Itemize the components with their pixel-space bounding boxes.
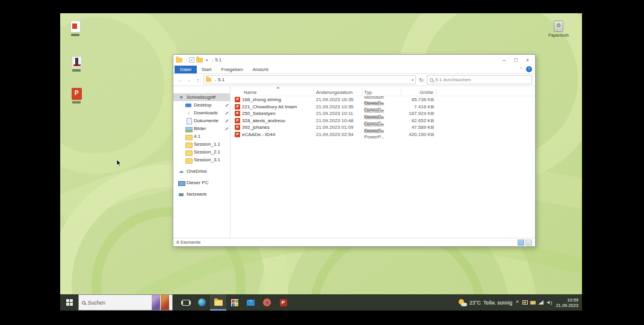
address-dropdown-icon[interactable]: ▾ (412, 78, 413, 82)
taskbar-search[interactable] (78, 294, 173, 311)
tray-display-icon[interactable] (522, 300, 528, 305)
firefox-button[interactable] (259, 294, 275, 311)
column-header-size[interactable]: Größe (401, 88, 436, 96)
mail-button[interactable] (243, 294, 259, 311)
clock-time: 10:59 (556, 297, 578, 303)
folder-icon (185, 141, 191, 147)
sort-ascending-icon (276, 87, 280, 88)
address-bar[interactable]: › 5.1 ▾ (203, 75, 416, 84)
task-view-button[interactable] (178, 294, 194, 311)
file-size: 65.736 KB (401, 97, 436, 102)
powerpoint-file-icon: P (235, 111, 240, 116)
breadcrumb[interactable]: 5.1 (218, 77, 224, 82)
item-count: 6 Elemente (176, 240, 200, 245)
back-button[interactable]: ← (176, 77, 184, 83)
weather-condition: Teilw. sonnig (483, 300, 512, 306)
desktop-icon-image[interactable] (66, 56, 87, 72)
sidebar-item-label: OneDrive (187, 169, 207, 174)
sidebar-item[interactable]: Schnellzugriff (173, 93, 230, 101)
sidebar-item[interactable]: Session_2.1 (173, 148, 230, 156)
ribbon-tab[interactable]: Freigeben (217, 66, 248, 73)
column-header-date[interactable]: Änderungsdatum (314, 88, 362, 96)
title-bar[interactable]: | ✓ ▾ | 5.1 – □ × (173, 55, 535, 65)
recycle-bin[interactable]: Papierkorb (545, 20, 572, 37)
thumbnail-view-button[interactable] (525, 240, 532, 246)
sidebar-item[interactable]: Desktop (173, 101, 230, 109)
forward-button[interactable]: → (185, 77, 193, 83)
sidebar-item[interactable]: Dieser PC (173, 179, 230, 187)
window-title: 5.1 (215, 57, 221, 63)
file-date: 21.09.2023 10:48 (314, 118, 362, 123)
powerpoint-icon: P (280, 299, 287, 306)
explorer-window: | ✓ ▾ | 5.1 – □ × Datei StartFreigebenAn… (173, 54, 536, 247)
system-tray: 23°C Teilw. sonnig ^ ◄) 10:59 21.09.2023 (459, 294, 582, 311)
pin-icon (225, 104, 229, 107)
sidebar-item-label: Dieser PC (187, 180, 208, 185)
file-date: 21.09.2023 01:09 (314, 125, 362, 130)
office-icon (231, 299, 238, 306)
quick-access-customize-icon[interactable]: ▾ (206, 58, 208, 62)
star-icon (178, 94, 184, 101)
file-size: 47.589 KB (401, 125, 436, 130)
mouse-cursor (116, 159, 122, 167)
powerpoint-button[interactable]: P (275, 294, 291, 311)
sidebar-item-label: Session_3.1 (194, 157, 220, 162)
start-button[interactable] (60, 294, 78, 311)
ribbon-tabs: Datei StartFreigebenAnsicht ⌃ ? (173, 65, 535, 74)
sidebar-item[interactable]: 4.1 (173, 132, 230, 140)
file-explorer-button[interactable] (210, 294, 226, 311)
file-size: 62.652 KB (401, 118, 436, 123)
maximize-button[interactable]: □ (514, 57, 517, 63)
windows-logo-icon (66, 299, 73, 306)
volume-icon[interactable]: ◄) (546, 300, 553, 305)
clock[interactable]: 10:59 21.09.2023 (556, 297, 580, 308)
sidebar-item[interactable]: OneDrive (173, 167, 230, 175)
screen: Papierkorb | ✓ ▾ | 5.1 – □ × Datei (0, 0, 644, 325)
edge-button[interactable] (194, 294, 210, 311)
tab-datei[interactable]: Datei (175, 66, 197, 73)
powerpoint-file-icon: P (235, 132, 240, 137)
weather-widget[interactable]: 23°C Teilw. sonnig (459, 299, 512, 306)
collapse-ribbon-icon[interactable]: ⌃ (519, 67, 523, 72)
address-bar-row: ← → ↑ › 5.1 ▾ ↻ (173, 74, 535, 86)
tray-folder-icon[interactable] (530, 301, 536, 305)
column-header-name[interactable]: Name (233, 88, 314, 96)
sidebar-item[interactable]: Dokumente (173, 117, 230, 125)
sidebar-item-label: 4.1 (194, 134, 200, 139)
icon-label (72, 69, 81, 72)
minimize-button[interactable]: – (503, 57, 506, 63)
office-button[interactable] (226, 294, 243, 311)
quick-access-newfolder-icon[interactable] (196, 58, 203, 63)
search-highlight-image (152, 295, 169, 310)
weather-temp: 23°C (469, 300, 481, 306)
ribbon-tab[interactable]: Start (197, 66, 217, 73)
file-size: 7.416 KB (401, 104, 436, 110)
clock-date: 21.09.2023 (556, 303, 578, 308)
refresh-icon[interactable]: ↻ (418, 77, 425, 83)
column-header-type[interactable]: Typ (362, 88, 401, 96)
taskbar-search-input[interactable] (88, 300, 136, 306)
sidebar-item[interactable]: Session_1.1 (173, 140, 230, 148)
details-view-button[interactable] (518, 240, 524, 246)
desktop-icon-ppt-1[interactable] (65, 20, 85, 36)
desktop-icon-ppt-2[interactable] (66, 88, 87, 104)
search-input[interactable] (435, 77, 529, 82)
up-button[interactable]: ↑ (194, 77, 202, 83)
sidebar-item[interactable]: Downloads (173, 109, 230, 117)
file-size: 167.924 KB (401, 111, 436, 116)
help-icon[interactable]: ? (526, 66, 532, 72)
sidebar-item[interactable]: Bilder (173, 125, 230, 132)
sidebar-item[interactable]: Session_3.1 (173, 156, 230, 164)
close-button[interactable]: × (526, 57, 529, 63)
file-date: 21.09.2023 10:35 (314, 104, 362, 110)
quick-access-properties-icon[interactable]: ✓ (189, 57, 194, 63)
ribbon-tab[interactable]: Ansicht (248, 66, 273, 73)
network-icon[interactable] (538, 300, 543, 305)
file-row[interactable]: P eCAADe - ID44 21.09.2023 02:54 Microso… (233, 131, 535, 138)
explorer-search[interactable] (427, 75, 532, 84)
sidebar-item-label: Downloads (194, 110, 218, 116)
tray-expand-icon[interactable]: ^ (516, 300, 519, 305)
file-list: Name Änderungsdatum Typ Größe P 166_zhon… (231, 86, 535, 238)
sidebar-item[interactable]: Netzwerk (173, 190, 230, 198)
icon-label (71, 34, 79, 36)
